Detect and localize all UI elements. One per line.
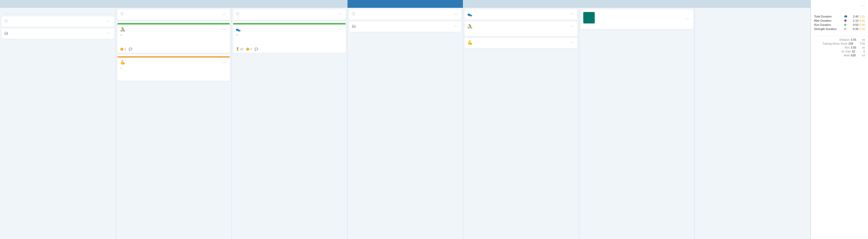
mobility-menu[interactable]: ⋯ [569,40,575,45]
stat-value: 3.55 [850,46,861,49]
day-column-8 [695,0,811,239]
stat-unit: kJ [862,54,865,57]
day-content-6: 👟 ⋯ 🚴 ⋯ [463,8,579,239]
strength-title-row: 💪 [120,60,125,65]
metrics-header: ♡ ⋯ [236,11,343,17]
duration-bar [844,16,847,18]
duration-bar-container [844,16,848,18]
emoji-count: 2 [250,48,252,51]
duration-alt: 0:15 [859,27,865,30]
recovery-header: 🚴 ⋯ [467,24,575,29]
duration-row-2: Run Duration 0:50 0:30 [814,23,865,26]
running-emoji: 😊 2 [246,48,252,51]
mobility-header: 💪 ⋯ [467,40,575,45]
strength-header: 💪 ⋯ [120,60,227,65]
day-content-4: ♡ ⋯ 👟 ⋯ ✓ [231,8,347,239]
metrics-menu[interactable]: ⋯ [337,11,343,17]
duration-bar-container [844,24,848,26]
duration-alt: 1:31 [859,15,865,18]
day-content-5: ♡ ⋯ 🗂 ⋯ [347,8,463,239]
stat-label: Training Stress Score [814,42,847,45]
strength-icon: 💪 [120,60,125,65]
strength-menu[interactable]: ⋯ [221,60,227,65]
duration-bar-container [844,20,848,22]
metrics-icon: ♡ [352,12,355,17]
running-footer: 🏅 x5 😊 2 💬 [236,48,343,51]
shakeout-menu[interactable]: ⋯ [569,11,575,17]
duration-bar [844,28,846,30]
duration-alt: 0:30 [859,23,865,26]
duration-bar [844,20,846,22]
metrics-menu[interactable]: ⋯ [221,11,227,17]
metrics-card-2: ♡ ⋯ [2,17,114,27]
rest-menu[interactable]: ⋯ [106,30,112,36]
strength-details: ✓ [120,66,227,79]
metrics-card-5: ♡ ⋯ [349,9,462,20]
duration-label: Strength Duration [814,27,843,30]
calendar-container: ♡ ⋯ 🗂 ⋯ [0,0,868,239]
running-title-row: 👟 [236,27,241,32]
duration-label: Bike Duration [814,19,843,22]
stat-label: Distance [814,38,849,41]
stat-row-3: El. Gain 62 ft [814,50,865,53]
rest-title-row: 🗂 [352,24,356,28]
metrics-icon: ♡ [236,12,239,17]
cycling-footer: 😊 2 💬 [120,48,227,51]
day-column-6: 👟 ⋯ 🚴 ⋯ [463,0,579,239]
running-comment: 💬 [254,48,258,51]
shakeout-header: 👟 ⋯ [467,11,575,17]
cycling-details: ✓ [120,33,227,46]
stats-section: Distance 3.55 mi Training Stress Score 1… [814,36,865,58]
metrics-icon: ♡ [120,12,124,17]
shakeout-icon: 👟 [467,12,472,17]
cycling-menu[interactable]: ⋯ [221,27,227,32]
fitness-row [814,10,865,11]
day-content-3: ♡ ⋯ 🚴 ⋯ ✓ [116,8,231,239]
day-header-2 [0,0,116,8]
comment-icon: 💬 [254,48,258,51]
panel-menu[interactable]: ⋯ [814,3,865,8]
rest-title-row: 🗂 [4,31,8,35]
metrics-menu[interactable]: ⋯ [106,19,112,24]
cycling-emoji: 😊 2 [120,48,126,51]
emoji-icon: 😊 [246,48,250,51]
event-header: ⋯ [583,12,691,26]
cycling-title-row: 🚴 [120,27,125,32]
metrics-title-row: ♡ [4,19,9,24]
emoji-count: 2 [125,48,126,51]
day-content-2: ♡ ⋯ 🗂 ⋯ [0,8,116,239]
stat-label: Work [814,54,850,57]
metrics-card-header: ♡ ⋯ [4,19,112,24]
duration-value: 2:40 1:31 [849,15,865,18]
right-panel: ⋯ Total Duration 2:4 [811,0,868,239]
stat-rows: Distance 3.55 mi Training Stress Score 1… [814,38,865,57]
rest-menu[interactable]: ⋯ [453,24,459,29]
event-card: ⋯ [581,9,693,29]
event-menu[interactable]: ⋯ [685,16,690,21]
mobility-icon: 💪 [467,40,472,45]
recovery-menu[interactable]: ⋯ [569,24,575,29]
stat-value: 62 [852,50,862,53]
running-menu[interactable]: ⋯ [337,27,343,32]
duration-value: 0:50 0:30 [849,23,865,26]
day-header-8 [695,0,810,8]
day-column-5-today: ♡ ⋯ 🗂 ⋯ [347,0,463,239]
title-row: ♡ [236,12,241,17]
mobility-card: 💪 ⋯ [465,38,577,48]
metrics-menu[interactable]: ⋯ [453,11,459,17]
cycling-icon: 🚴 [120,27,125,32]
running-card: 👟 ⋯ ✓ 🏅 x5 😊 [233,21,346,53]
stat-value: 628 [851,54,861,57]
duration-label: Run Duration [814,23,843,26]
taper-label [2,9,114,11]
running-check: ✓ [236,33,238,36]
strength-card-3: 💪 ⋯ ✓ [118,55,230,81]
green-bar [233,23,346,25]
running-badge: 🏅 x5 [236,48,243,51]
duration-bar [844,24,846,26]
cycling-card: 🚴 ⋯ ✓ 😊 2 💬 [118,21,230,53]
day-header-4 [231,0,347,8]
stat-label: El. Gain [814,50,851,53]
duration-value: 1:15 0:46 [849,19,865,22]
day-content-7: ⋯ [579,8,695,239]
